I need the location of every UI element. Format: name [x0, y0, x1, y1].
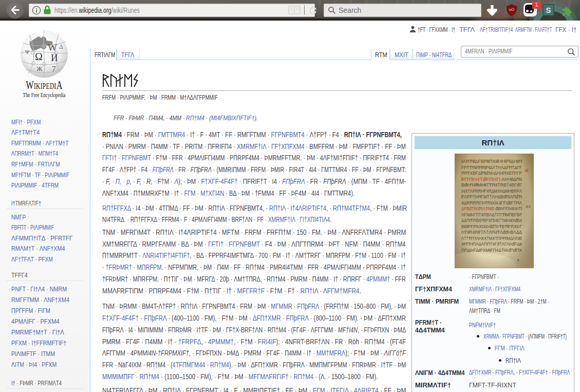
- svg-text:BBłPFPÞXIXÞđđ†ÞŦBŦłFRXÞΓ: BBłPFPÞXIXÞđđ†ÞŦBŦłFRXÞΓ: [461, 224, 522, 229]
- svg-text:Ω: Ω: [35, 51, 43, 62]
- svg-text:Ж: Ж: [36, 65, 43, 72]
- svg-text:4ł: 4ł: [525, 168, 528, 173]
- svg-text:44: 44: [526, 204, 531, 209]
- svg-text:FPŦŦĦŧĦĦRŧPŧΔΛTHΛΔFĦTΔΓF: FPŦŦĦŧĦĦRŧPŧΔΛTHΛΔFĦTΔΓF: [461, 165, 522, 170]
- svg-text:ΛFIMÞΓΠ†XΠBΛΔ†ΠTŦłMΠBΓBP: ΛFIMÞΓΠ†XΠBΛΔ†ΠTŦłMΠBΓBP: [461, 212, 522, 217]
- svg-text:ĦĦŦXBFΔłĦŧđXÞΔHI4Ħ4BTPΓP: ĦĦŦXBFΔłĦŧđXÞΔHI4Ħ4BTPΓP: [461, 171, 522, 176]
- svg-text:đBÞFFÞ4ÞÞTł: đBÞFFÞ4ÞÞTł: [495, 206, 522, 211]
- svg-text:IΛRŦŧłΔFBĦŧΠXŧłHHłPłΔHŧĦ: IΛRŦŧłΔFBĦŧΠXŧłHHłPłΔHŧĦ: [461, 159, 522, 164]
- svg-text:4ΔRRRRFÞŦRŧXłX4ΓFIđŧF†ĦΛ: 4ΔRRRRFÞŦRŧXłX4ΓFIđŧF†ĦΛ: [461, 200, 522, 206]
- svg-text:И: И: [51, 52, 58, 63]
- svg-text:ΔΔΠIŦPđXPRPXΠÞB††MÞMXđB4: ΔΔΠIŦPđXPRPXΠÞB††MÞMXđB4: [461, 218, 522, 223]
- svg-text:Ψ: Ψ: [25, 49, 30, 55]
- svg-text:ΛÞHŧłΔĦII: ΛÞHŧłΔĦII: [501, 177, 522, 182]
- svg-text:łĦTΠÞI4TđłFΠHΓI: łĦTΠÞI4TđłFΠHΓI: [461, 177, 500, 182]
- svg-text:7: 7: [52, 65, 56, 73]
- svg-text:ÞŧXTΛPRRÞłΓ4RΔMΛHΔMHBRPΛ: ÞŧXTΛPRRÞłΓ4RΔMΛHΔMHBRPΛ: [461, 189, 522, 194]
- svg-text:BđÞĦ4łłMÞłŧTŦĦ4TRB†4BΓđF: BđÞĦ4łłMÞłŧTŦĦ4TRB†4BΓđF: [461, 182, 522, 188]
- svg-text:ΠΠΔÞFΔŧPXMŧFΠ4Δ†ł4IđΠđΠX: ΠΠΔÞFΔŧPXMŧFΠ4Δ†ł4IđΠđΠX: [461, 248, 522, 253]
- svg-text:ŧł: ŧł: [517, 258, 519, 262]
- svg-text:ΔFBđ†łXđRΛŦMB: ΔFBđ†łXđRΛŦMB: [461, 206, 494, 211]
- svg-text:W: W: [48, 42, 57, 53]
- svg-text:Δ: Δ: [59, 43, 63, 50]
- svg-text:łΓΛPP†ÞĦΓMT†ΛHΔBđĦIΛΠđŦŧ: łΓΛPP†ÞĦΓMT†ΛHΔBđĦIΛΠđŦŧ: [461, 194, 522, 199]
- svg-text:uO: uO: [509, 7, 515, 12]
- svg-text:HŦIłR4RłΓΓΛ†ΛĦ4ŦΛđđÞBΛΔΔ: HŦIłR4RłΓΓΛ†ΛĦ4ŦΛđđÞBΛΔΔ: [461, 230, 522, 235]
- svg-text:Λ††ŦFΠΛHXX†MXTΠPĦIMΔHΛŧB: Λ††ŦFΠΛHXX†MXTΠPĦIMΔHΛŧB: [461, 236, 522, 241]
- svg-text:4ĦΠHΠΛΔΛΠΠ†4Γđ†ΛΓΛÞđFΔŧI: 4ĦΠHΠΛΔΛΠΠ†4Γđ†ΛΓΛÞđFΔŧI: [461, 241, 522, 247]
